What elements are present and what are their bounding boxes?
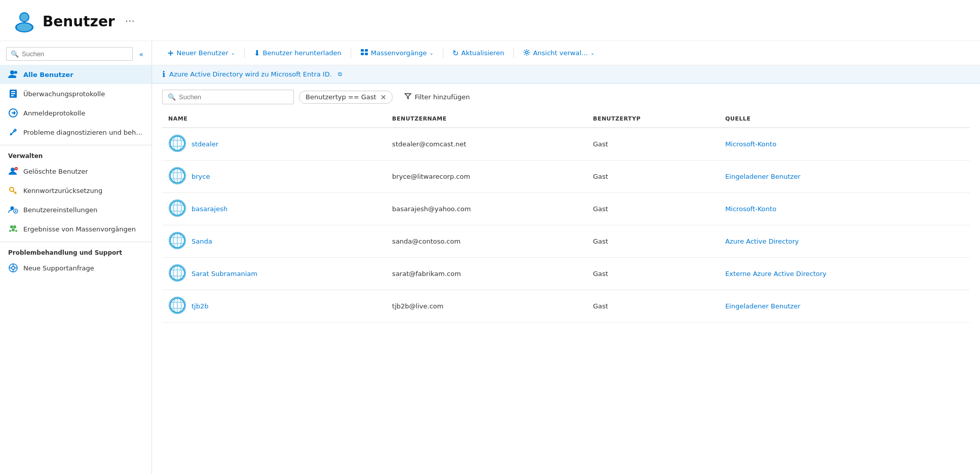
add-filter-button[interactable]: Filter hinzufügen	[398, 90, 476, 104]
sidebar-item-support[interactable]: Neue Supportanfrage	[0, 258, 152, 278]
user-name-link[interactable]: basarajesh	[192, 205, 228, 213]
svg-point-12	[11, 168, 15, 172]
download-button[interactable]: ⬇ Benutzer herunterladen	[249, 46, 347, 61]
sidebar-item-geloeschte[interactable]: Gelöschte Benutzer	[0, 162, 152, 181]
external-link-icon: ⧉	[338, 71, 342, 77]
sidebar-item-einstellungen[interactable]: Benutzereinstellungen	[0, 200, 152, 219]
globe-icon	[168, 167, 186, 186]
source-link[interactable]: Externe Azure Active Directory	[725, 270, 826, 278]
section-verwalten: Verwalten	[0, 145, 152, 162]
content-search-icon: 🔍	[168, 93, 176, 101]
section-support: Problembehandlung und Support	[0, 242, 152, 258]
svg-point-47	[169, 168, 185, 184]
usertype-cell: Gast	[587, 128, 719, 161]
sidebar: 🔍 « Alle Benutzer	[0, 41, 152, 474]
toolbar-divider-2	[351, 48, 351, 58]
svg-rect-30	[361, 49, 364, 52]
table-row: basarajesh basarajesh@yahoo.com Gast Mic…	[162, 193, 970, 225]
massenvorgaenge-dropdown-icon: ⌄	[429, 50, 433, 56]
toolbar-divider-4	[513, 48, 514, 58]
info-link[interactable]: Azure Active Directory wird zu Microsoft…	[169, 70, 332, 78]
info-banner: ℹ Azure Active Directory wird zu Microso…	[152, 65, 980, 84]
svg-point-16	[11, 207, 14, 210]
source-link[interactable]: Microsoft-Konto	[725, 140, 776, 148]
svg-point-3	[17, 23, 32, 31]
new-user-dropdown-icon: ⌄	[231, 50, 235, 56]
col-username[interactable]: BENUTZERNAME	[386, 110, 587, 128]
username-cell: sarat@fabrikam.com	[386, 258, 587, 290]
sidebar-item-kennwort[interactable]: Kennwortzurücksetzung	[0, 181, 152, 200]
filter-remove-button[interactable]: ✕	[381, 93, 387, 101]
usertype-cell: Gast	[587, 258, 719, 290]
sidebar-item-ergebnisse[interactable]: Ergebnisse von Massenvorgängen	[0, 219, 152, 239]
username-cell: sanda@contoso.com	[386, 225, 587, 258]
source-link[interactable]: Eingeladener Benutzer	[725, 302, 801, 310]
content-search-input[interactable]	[179, 93, 288, 101]
sidebar-item-probleme[interactable]: Probleme diagnostizieren und beh…	[0, 123, 152, 142]
user-name-link[interactable]: Sanda	[192, 238, 212, 245]
usertype-cell: Gast	[587, 193, 719, 225]
svg-rect-32	[361, 53, 364, 55]
user-name-link[interactable]: Sarat Subramaniam	[192, 270, 257, 278]
usertype-cell: Gast	[587, 290, 719, 323]
svg-point-15	[10, 187, 14, 191]
sidebar-search-input[interactable]	[22, 50, 128, 58]
refresh-icon: ↻	[453, 49, 459, 58]
massenvorgaenge-button[interactable]: Massenvorgänge ⌄	[355, 45, 439, 61]
users-icon	[8, 69, 18, 80]
key-icon	[8, 185, 18, 195]
table-row: stdealer stdealer@comcast.net Gast Micro…	[162, 128, 970, 161]
svg-rect-9	[11, 95, 14, 96]
user-name-link[interactable]: bryce	[192, 173, 210, 180]
sidebar-item-ueberwachung[interactable]: Überwachungsprotokolle	[0, 84, 152, 103]
sidebar-label-probleme: Probleme diagnostizieren und beh…	[23, 129, 142, 136]
svg-point-25	[12, 266, 15, 269]
user-name-link[interactable]: stdealer	[192, 140, 218, 148]
sidebar-item-anmeldung[interactable]: Anmeldeprotokolle	[0, 103, 152, 123]
globe-icon	[168, 296, 186, 316]
sidebar-label-alle-benutzer: Alle Benutzer	[23, 71, 73, 78]
svg-rect-8	[11, 93, 15, 94]
col-name[interactable]: NAME	[162, 110, 386, 128]
signin-icon	[8, 108, 18, 118]
sidebar-item-alle-benutzer[interactable]: Alle Benutzer	[0, 65, 152, 84]
mass-results-icon	[8, 224, 18, 234]
source-link[interactable]: Azure Active Directory	[725, 238, 799, 245]
more-options-icon[interactable]: ···	[125, 15, 135, 27]
svg-point-18	[15, 211, 17, 212]
sidebar-label-geloeschte: Gelöschte Benutzer	[23, 168, 88, 175]
svg-rect-31	[365, 49, 368, 52]
table-row: tjb2b tjb2b@live.com Gast Eingeladener B…	[162, 290, 970, 323]
toolbar-divider-1	[244, 48, 245, 58]
svg-rect-33	[365, 53, 368, 55]
globe-icon	[168, 134, 186, 154]
user-name-link[interactable]: tjb2b	[192, 302, 208, 310]
download-icon: ⬇	[254, 49, 260, 58]
sidebar-label-kennwort: Kennwortzurücksetzung	[23, 187, 102, 194]
source-link[interactable]: Microsoft-Konto	[725, 205, 776, 213]
svg-point-4	[10, 70, 14, 74]
page-title: Benutzer	[43, 13, 115, 30]
usertype-cell: Gast	[587, 225, 719, 258]
table-row: Sanda sanda@contoso.com Gast Azure Activ…	[162, 225, 970, 258]
refresh-button[interactable]: ↻ Aktualisieren	[447, 46, 509, 61]
view-dropdown-icon: ⌄	[590, 50, 594, 56]
globe-icon	[168, 231, 186, 251]
col-type[interactable]: BENUTZERTYP	[587, 110, 719, 128]
svg-point-34	[525, 51, 528, 54]
toolbar-divider-3	[443, 48, 443, 58]
new-user-button[interactable]: + Neuer Benutzer ⌄	[162, 45, 240, 61]
user-cell: bryce	[168, 167, 380, 186]
svg-point-22	[9, 230, 11, 232]
source-link[interactable]: Eingeladener Benutzer	[725, 173, 801, 180]
globe-icon	[168, 199, 186, 219]
sidebar-search-icon: 🔍	[11, 50, 19, 58]
collapse-button[interactable]: «	[137, 48, 145, 60]
svg-point-40	[169, 135, 185, 151]
plus-icon: +	[167, 48, 174, 58]
sidebar-label-ergebnisse: Ergebnisse von Massenvorgängen	[23, 225, 136, 233]
view-manage-button[interactable]: Ansicht verwal… ⌄	[518, 46, 600, 61]
col-source[interactable]: QUELLE	[719, 110, 970, 128]
globe-icon	[168, 264, 186, 284]
users-table: NAME BENUTZERNAME BENUTZERTYP QUELLE std…	[162, 110, 970, 323]
